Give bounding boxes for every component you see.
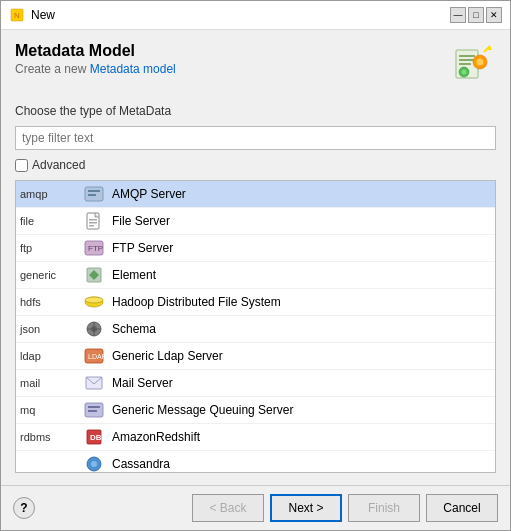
advanced-checkbox[interactable] (15, 159, 28, 172)
list-item[interactable]: Cassandra (16, 451, 495, 473)
close-button[interactable]: ✕ (486, 7, 502, 23)
footer-buttons: < Back Next > Finish Cancel (192, 494, 498, 522)
section-label: Choose the type of MetaData (15, 104, 496, 118)
svg-rect-17 (89, 222, 97, 224)
list-item[interactable]: generic Element (16, 262, 495, 289)
next-button[interactable]: Next > (270, 494, 342, 522)
list-item-icon-mq (84, 400, 104, 420)
list-item-category: ftp (20, 242, 84, 254)
list-item[interactable]: amqp AMQP Server (16, 181, 495, 208)
list-item-category: file (20, 215, 84, 227)
svg-rect-18 (89, 225, 94, 227)
list-item-label: Mail Server (112, 376, 491, 390)
subtitle-link[interactable]: Metadata model (90, 62, 176, 76)
svg-point-24 (85, 297, 103, 303)
dialog-footer: ? < Back Next > Finish Cancel (1, 485, 510, 530)
list-item-label: Cassandra (112, 457, 491, 471)
list-item-label: Element (112, 268, 491, 282)
list-item-icon-amqp (84, 184, 104, 204)
list-item[interactable]: mq Generic Message Queuing Server (16, 397, 495, 424)
list-item[interactable]: ldap LDAP Generic Ldap Server (16, 343, 495, 370)
finish-button[interactable]: Finish (348, 494, 420, 522)
list-item[interactable]: file File Server (16, 208, 495, 235)
minimize-button[interactable]: — (450, 7, 466, 23)
list-item[interactable]: rdbms DB AmazonRedshift (16, 424, 495, 451)
dialog-window: N New — □ ✕ Metadata Model Create a new … (0, 0, 511, 531)
list-item-label: Generic Message Queuing Server (112, 403, 491, 417)
list-item[interactable]: ftp FTP FTP Server (16, 235, 495, 262)
svg-text:FTP: FTP (88, 244, 103, 253)
list-item-icon-generic (84, 265, 104, 285)
list-item-label: Generic Ldap Server (112, 349, 491, 363)
svg-point-7 (477, 59, 484, 66)
dialog-content: Metadata Model Create a new Metadata mod… (1, 30, 510, 485)
list-item-category: json (20, 323, 84, 335)
list-item-icon-hdfs (84, 292, 104, 312)
list-item-icon-json (84, 319, 104, 339)
advanced-row: Advanced (15, 158, 496, 172)
svg-rect-5 (459, 63, 471, 65)
svg-rect-13 (88, 190, 100, 192)
svg-text:DB: DB (90, 433, 102, 442)
list-item-category: mail (20, 377, 84, 389)
back-button[interactable]: < Back (192, 494, 264, 522)
list-item-category: hdfs (20, 296, 84, 308)
list-item-icon-ftp: FTP (84, 238, 104, 258)
svg-rect-33 (88, 406, 100, 408)
list-item[interactable]: json Schema (16, 316, 495, 343)
header-text: Metadata Model Create a new Metadata mod… (15, 42, 176, 76)
list-item-category: amqp (20, 188, 84, 200)
dialog-title: Metadata Model (15, 42, 176, 60)
list-item[interactable]: hdfs Hadoop Distributed File System (16, 289, 495, 316)
svg-point-38 (91, 461, 97, 467)
list-item-category: generic (20, 269, 84, 281)
title-bar-text: New (31, 8, 444, 22)
list-item-category: ldap (20, 350, 84, 362)
list-item-label: AmazonRedshift (112, 430, 491, 444)
list-item-icon-rdbms: DB (84, 427, 104, 447)
svg-rect-14 (88, 194, 96, 196)
advanced-label[interactable]: Advanced (32, 158, 85, 172)
list-item-icon-mail (84, 373, 104, 393)
list-item[interactable]: mail Mail Server (16, 370, 495, 397)
list-item-label: FTP Server (112, 241, 491, 255)
help-button[interactable]: ? (13, 497, 35, 519)
svg-text:LDAP: LDAP (88, 353, 104, 360)
svg-rect-4 (459, 59, 475, 61)
footer-left: ? (13, 497, 35, 519)
list-item-icon-file (84, 211, 104, 231)
svg-text:N: N (14, 11, 20, 20)
svg-point-11 (462, 70, 467, 75)
list-item-category: mq (20, 404, 84, 416)
list-item-label: Hadoop Distributed File System (112, 295, 491, 309)
title-bar: N New — □ ✕ (1, 1, 510, 30)
list-item-label: Schema (112, 322, 491, 336)
header-image (446, 42, 496, 92)
cancel-button[interactable]: Cancel (426, 494, 498, 522)
filter-input[interactable] (15, 126, 496, 150)
title-bar-controls: — □ ✕ (450, 7, 502, 23)
list-item-label: AMQP Server (112, 187, 491, 201)
svg-rect-34 (88, 410, 97, 412)
dialog-subtitle: Create a new Metadata model (15, 62, 176, 76)
maximize-button[interactable]: □ (468, 7, 484, 23)
svg-rect-3 (459, 55, 475, 57)
metadata-type-list: amqp AMQP Server file File Server ftp FT… (15, 180, 496, 473)
list-item-icon-cassandra (84, 454, 104, 473)
list-item-category: rdbms (20, 431, 84, 443)
list-item-label: File Server (112, 214, 491, 228)
title-bar-icon: N (9, 7, 25, 23)
subtitle-static: Create a new (15, 62, 90, 76)
header-row: Metadata Model Create a new Metadata mod… (15, 42, 496, 92)
svg-rect-16 (89, 219, 97, 221)
list-item-icon-ldap: LDAP (84, 346, 104, 366)
